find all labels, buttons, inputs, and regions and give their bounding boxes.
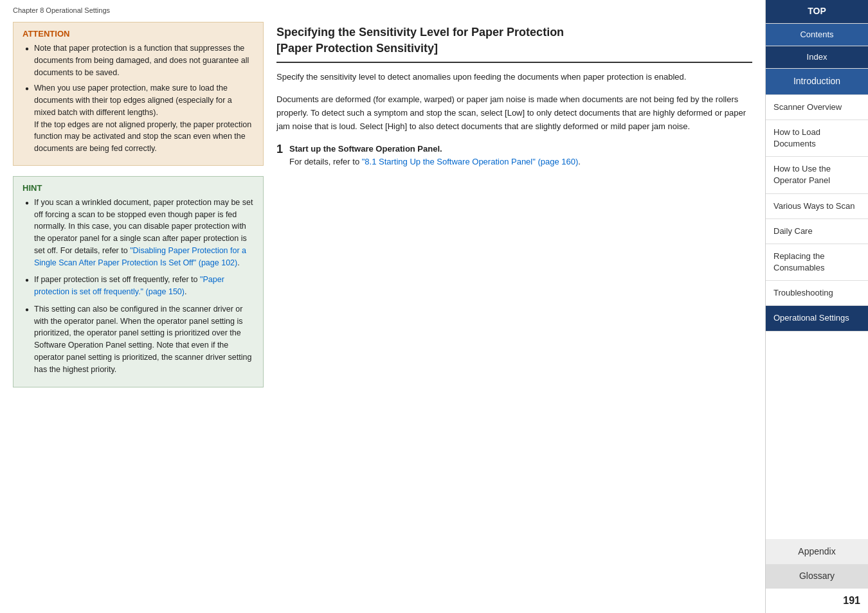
breadcrumb: Chapter 8 Operational Settings bbox=[13, 6, 752, 14]
sidebar-item-appendix[interactable]: Appendix bbox=[766, 539, 868, 565]
attention-list: Note that paper protection is a function… bbox=[23, 42, 254, 155]
sidebar: TOP Contents Index Introduction Scanner … bbox=[765, 0, 868, 613]
article-title: Specifying the Sensitivity Level for Pap… bbox=[276, 24, 752, 63]
main-content: Chapter 8 Operational Settings ATTENTION… bbox=[0, 0, 765, 613]
sidebar-item-how-to-load[interactable]: How to Load Documents bbox=[766, 120, 868, 157]
sidebar-item-index[interactable]: Index bbox=[766, 46, 868, 69]
hint-item-3: This setting can also be configured in t… bbox=[25, 303, 254, 376]
left-column: ATTENTION Note that paper protection is … bbox=[13, 22, 264, 398]
sidebar-item-introduction[interactable]: Introduction bbox=[766, 69, 868, 95]
step-1-title: Start up the Software Operation Panel. bbox=[289, 144, 442, 154]
hint-list: If you scan a wrinkled document, paper p… bbox=[23, 197, 254, 376]
step-1: 1 Start up the Software Operation Panel.… bbox=[276, 143, 752, 170]
attention-box: ATTENTION Note that paper protection is … bbox=[13, 22, 264, 166]
page-number: 191 bbox=[766, 589, 868, 613]
hint-title: HINT bbox=[23, 183, 254, 193]
attention-item-2-text: When you use paper protection, make sure… bbox=[34, 84, 251, 153]
article-body-2: Documents are deformed (for example, war… bbox=[276, 93, 752, 133]
sidebar-item-scanner-overview[interactable]: Scanner Overview bbox=[766, 95, 868, 120]
step-1-sub-after: . bbox=[578, 157, 581, 166]
hint-box: HINT If you scan a wrinkled document, pa… bbox=[13, 176, 264, 388]
sidebar-spacer bbox=[766, 332, 868, 539]
article-body-1: Specify the sensitivity level to detect … bbox=[276, 71, 752, 84]
sidebar-item-top[interactable]: TOP bbox=[766, 0, 868, 24]
sidebar-item-glossary[interactable]: Glossary bbox=[766, 565, 868, 589]
article-title-text: Specifying the Sensitivity Level for Pap… bbox=[276, 26, 564, 55]
step-1-link[interactable]: "8.1 Starting Up the Software Operation … bbox=[362, 157, 579, 166]
hint-item-2: If paper protection is set off frequentl… bbox=[25, 274, 254, 298]
sidebar-item-daily-care[interactable]: Daily Care bbox=[766, 219, 868, 244]
attention-title: ATTENTION bbox=[23, 29, 254, 39]
sidebar-item-troubleshooting[interactable]: Troubleshooting bbox=[766, 281, 868, 306]
sidebar-item-replacing[interactable]: Replacing the Consumables bbox=[766, 244, 868, 281]
hint-item-1: If you scan a wrinkled document, paper p… bbox=[25, 197, 254, 269]
attention-item-1: Note that paper protection is a function… bbox=[25, 42, 254, 78]
attention-item-2: When you use paper protection, make sure… bbox=[25, 82, 254, 155]
sidebar-item-how-to-use[interactable]: How to Use the Operator Panel bbox=[766, 157, 868, 193]
sidebar-item-various-ways[interactable]: Various Ways to Scan bbox=[766, 194, 868, 219]
step-1-content: Start up the Software Operation Panel. F… bbox=[289, 143, 752, 170]
step-1-sub-before: For details, refer to bbox=[289, 157, 362, 166]
sidebar-item-contents[interactable]: Contents bbox=[766, 24, 868, 46]
step-1-number: 1 bbox=[276, 143, 283, 170]
sidebar-item-operational-settings[interactable]: Operational Settings bbox=[766, 306, 868, 331]
right-column: Specifying the Sensitivity Level for Pap… bbox=[276, 22, 752, 398]
